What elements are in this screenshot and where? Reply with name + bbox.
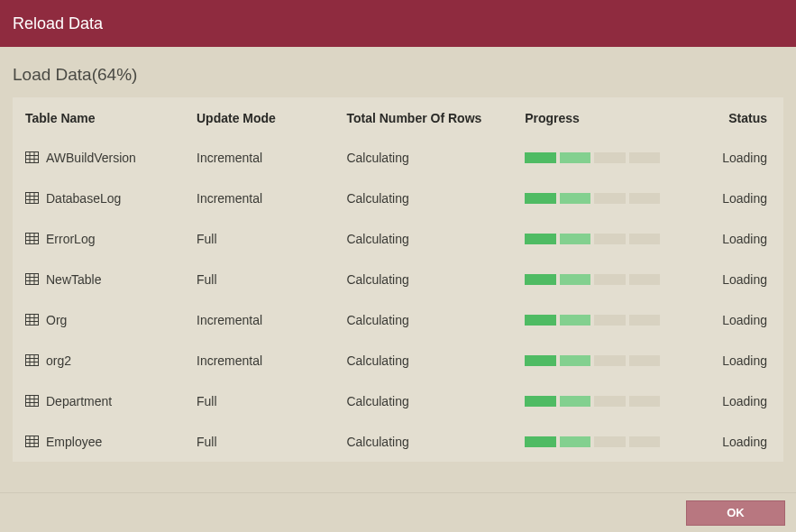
cell-progress xyxy=(516,299,713,340)
progress-seg xyxy=(525,193,556,204)
cell-rows: Calculating xyxy=(337,421,516,462)
cell-mode: Incremental xyxy=(188,340,337,381)
progress-seg xyxy=(560,152,591,163)
table-row: Employee Full Calculating Loading xyxy=(13,421,783,462)
cell-mode: Full xyxy=(188,421,337,462)
col-status: Status xyxy=(713,97,783,137)
progress-seg xyxy=(525,355,556,366)
cell-progress xyxy=(516,137,713,178)
table-row: Department Full Calculating Loading xyxy=(13,381,783,421)
cell-rows: Calculating xyxy=(337,381,516,421)
load-table: Table Name Update Mode Total Number Of R… xyxy=(13,97,783,462)
cell-name: AWBuildVersion xyxy=(13,137,188,178)
progress-seg xyxy=(629,274,661,285)
progress-bar xyxy=(525,396,660,407)
cell-status: Loading xyxy=(713,340,783,381)
progress-seg xyxy=(560,355,591,366)
progress-seg xyxy=(629,193,661,204)
cell-rows: Calculating xyxy=(337,299,516,340)
col-mode: Update Mode xyxy=(188,97,337,137)
cell-name: ErrorLog xyxy=(13,218,188,259)
progress-bar xyxy=(525,436,660,447)
cell-rows: Calculating xyxy=(337,218,516,259)
cell-name: Department xyxy=(13,381,188,421)
progress-seg xyxy=(560,315,591,326)
table-row: DatabaseLog Incremental Calculating Load… xyxy=(13,178,783,218)
cell-name: DatabaseLog xyxy=(13,178,188,218)
progress-seg xyxy=(594,315,626,326)
table-icon xyxy=(25,436,39,447)
section-title-prefix: Load Data( xyxy=(13,65,97,84)
table-row: NewTable Full Calculating Loading xyxy=(13,259,783,299)
cell-status: Loading xyxy=(713,299,783,340)
row-name: Org xyxy=(46,313,67,327)
row-name: NewTable xyxy=(46,272,101,287)
svg-rect-10 xyxy=(26,234,39,244)
col-name: Table Name xyxy=(13,97,188,137)
row-name: ErrorLog xyxy=(46,232,95,246)
section-title-suffix: ) xyxy=(132,65,137,84)
cell-status: Loading xyxy=(713,137,783,178)
cell-progress xyxy=(516,259,713,299)
titlebar: Reload Data xyxy=(0,0,796,47)
table-icon xyxy=(25,395,39,407)
svg-rect-5 xyxy=(26,193,39,204)
cell-progress xyxy=(516,381,713,421)
row-name: org2 xyxy=(46,353,71,368)
table-row: ErrorLog Full Calculating Loading xyxy=(13,218,783,259)
progress-seg xyxy=(525,152,556,163)
progress-seg xyxy=(629,396,661,407)
progress-seg xyxy=(594,234,626,244)
table-icon xyxy=(25,273,39,285)
progress-seg xyxy=(560,274,591,285)
col-rows: Total Number Of Rows xyxy=(337,97,516,137)
progress-seg xyxy=(594,274,626,285)
progress-seg xyxy=(629,355,661,366)
progress-seg xyxy=(525,274,556,285)
content: Load Data(64%) Table Name Update Mode To… xyxy=(0,47,796,462)
progress-seg xyxy=(594,193,626,204)
footer: OK xyxy=(0,492,796,532)
progress-seg xyxy=(525,396,556,407)
cell-status: Loading xyxy=(713,178,783,218)
table-icon xyxy=(25,354,39,366)
progress-seg xyxy=(560,396,591,407)
row-name: Department xyxy=(46,394,112,408)
dialog-title: Reload Data xyxy=(13,14,103,33)
table-icon xyxy=(25,233,39,244)
cell-progress xyxy=(516,178,713,218)
progress-seg xyxy=(525,315,556,326)
cell-rows: Calculating xyxy=(337,259,516,299)
table-icon xyxy=(25,314,39,326)
load-table-container: Table Name Update Mode Total Number Of R… xyxy=(13,97,783,462)
progress-seg xyxy=(594,152,626,163)
section-title: Load Data(64%) xyxy=(13,65,783,85)
progress-seg xyxy=(594,396,626,407)
table-icon xyxy=(25,192,39,204)
svg-rect-0 xyxy=(26,152,39,163)
progress-seg xyxy=(629,234,661,244)
cell-mode: Incremental xyxy=(188,137,337,178)
progress-bar xyxy=(525,355,660,366)
cell-progress xyxy=(516,340,713,381)
progress-seg xyxy=(525,436,556,447)
cell-status: Loading xyxy=(713,381,783,421)
progress-seg xyxy=(594,355,626,366)
cell-mode: Incremental xyxy=(188,178,337,218)
cell-name: Employee xyxy=(13,421,188,462)
progress-seg xyxy=(629,436,661,447)
cell-mode: Full xyxy=(188,218,337,259)
progress-seg xyxy=(560,436,591,447)
svg-rect-25 xyxy=(26,355,39,366)
cell-rows: Calculating xyxy=(337,340,516,381)
svg-rect-35 xyxy=(26,436,39,447)
cell-name: org2 xyxy=(13,340,188,381)
ok-button[interactable]: OK xyxy=(686,500,785,526)
cell-mode: Full xyxy=(188,259,337,299)
cell-status: Loading xyxy=(713,218,783,259)
cell-mode: Full xyxy=(188,381,337,421)
row-name: AWBuildVersion xyxy=(46,151,136,165)
svg-rect-15 xyxy=(26,274,39,285)
cell-status: Loading xyxy=(713,259,783,299)
table-header-row: Table Name Update Mode Total Number Of R… xyxy=(13,97,783,137)
